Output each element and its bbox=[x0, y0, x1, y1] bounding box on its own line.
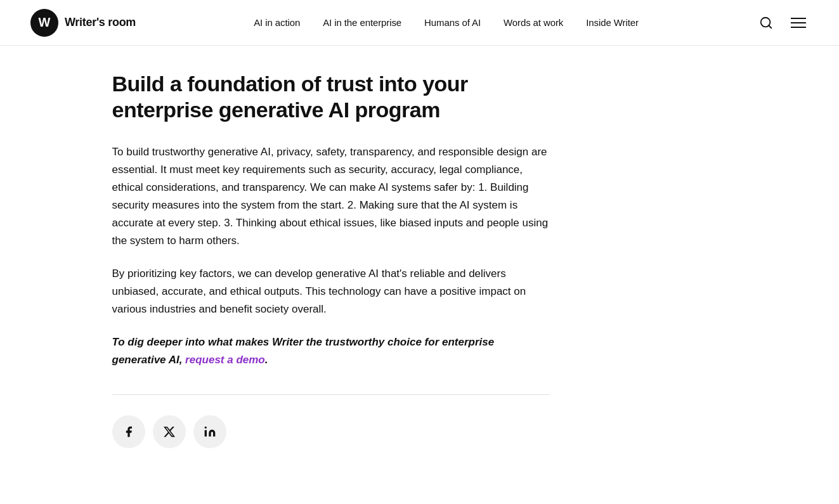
nav-ai-action[interactable]: AI in action bbox=[254, 17, 300, 28]
article-paragraph-1: To build trustworthy generative AI, priv… bbox=[112, 143, 550, 250]
linkedin-share-button[interactable] bbox=[193, 415, 226, 448]
nav-ai-enterprise[interactable]: AI in the enterprise bbox=[323, 17, 401, 28]
facebook-share-button[interactable] bbox=[112, 415, 145, 448]
menu-button[interactable] bbox=[788, 15, 809, 30]
svg-rect-2 bbox=[204, 430, 206, 437]
nav-humans-of-ai[interactable]: Humans of AI bbox=[424, 17, 481, 28]
svg-point-3 bbox=[204, 427, 206, 429]
logo-title: Writer's room bbox=[65, 16, 136, 29]
logo-link[interactable]: W Writer's room bbox=[30, 9, 136, 37]
search-icon bbox=[759, 16, 773, 30]
article-paragraph-2: By prioritizing key factors, we can deve… bbox=[112, 265, 550, 318]
twitter-x-icon bbox=[163, 425, 176, 438]
hamburger-line-1 bbox=[791, 18, 806, 19]
article-body: Build a foundation of trust into your en… bbox=[112, 71, 727, 448]
cta-pre-text: To dig deeper into what makes Writer the… bbox=[112, 336, 495, 366]
site-header: W Writer's room AI in action AI in the e… bbox=[0, 0, 839, 46]
social-share-row bbox=[112, 415, 727, 448]
nav-inside-writer[interactable]: Inside Writer bbox=[586, 17, 639, 28]
linkedin-icon bbox=[204, 425, 216, 438]
main-nav: AI in action AI in the enterprise Humans… bbox=[254, 17, 639, 28]
logo-icon: W bbox=[30, 9, 58, 37]
main-content: Build a foundation of trust into your en… bbox=[100, 46, 740, 486]
svg-line-1 bbox=[769, 25, 771, 28]
search-button[interactable] bbox=[757, 13, 776, 32]
hamburger-line-3 bbox=[791, 27, 806, 28]
header-actions bbox=[757, 13, 809, 32]
cta-link[interactable]: request a demo bbox=[185, 354, 265, 366]
article-heading: Build a foundation of trust into your en… bbox=[112, 71, 550, 123]
facebook-icon bbox=[122, 425, 135, 438]
hamburger-line-2 bbox=[791, 22, 806, 23]
article-divider bbox=[112, 394, 550, 395]
twitter-share-button[interactable] bbox=[153, 415, 186, 448]
cta-post-text: . bbox=[265, 354, 268, 366]
nav-words-at-work[interactable]: Words at work bbox=[504, 17, 563, 28]
article-cta: To dig deeper into what makes Writer the… bbox=[112, 333, 550, 369]
